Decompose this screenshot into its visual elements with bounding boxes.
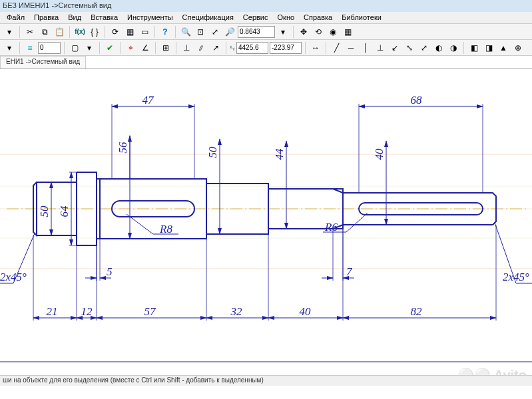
tab-label: ЕНИ1 ->Системный вид — [6, 58, 80, 65]
dim-linear-icon[interactable]: ↔ — [309, 41, 322, 55]
perp-icon[interactable]: ⊥ — [180, 41, 193, 55]
dim-56: 56 — [117, 142, 129, 154]
rotate-icon[interactable]: ⟲ — [312, 25, 325, 39]
refresh-icon[interactable]: ⟳ — [109, 25, 122, 39]
menu-window[interactable]: Окно — [274, 13, 299, 23]
tab-bar: ЕНИ1 ->Системный вид — [0, 56, 532, 69]
parallel-icon[interactable]: ⫽ — [194, 41, 208, 55]
new-icon[interactable]: ▾ — [3, 25, 16, 39]
move-icon[interactable]: ✥ — [297, 25, 310, 39]
menu-insert[interactable]: Вставка — [87, 13, 122, 23]
menu-bar: Файл Правка Вид Вставка Инструменты Спец… — [0, 12, 532, 24]
dd1-input[interactable] — [38, 42, 61, 54]
aux2-icon[interactable]: ⤡ — [403, 41, 416, 55]
tab-document[interactable]: ЕНИ1 ->Системный вид — [0, 56, 86, 68]
toolbar-secondary: ▾ ≡ ▢ ▾ ✔ ⌖ ∠ ⊞ ⊥ ⫽ ↗ ᵡᵧ ↔ ╱ ─ │ ⊥ ↙ ⤡ ⤢… — [0, 40, 532, 56]
status-text: ши на объекте для его выделения (вместе … — [3, 376, 264, 384]
dim-68: 68 — [411, 94, 423, 106]
dim-12: 12 — [81, 305, 93, 318]
preview-icon[interactable]: ▭ — [138, 25, 151, 39]
menu-file[interactable]: Файл — [3, 13, 29, 23]
dd1-icon[interactable]: ▾ — [3, 41, 16, 55]
dim-5: 5 — [107, 265, 113, 278]
dim-32: 32 — [230, 305, 243, 318]
angle-icon[interactable]: ∠ — [138, 41, 152, 55]
dim-r8: R8 — [159, 223, 172, 235]
layers-icon[interactable]: ▦ — [123, 25, 136, 39]
fx-icon[interactable]: f(x) — [73, 25, 87, 39]
dim-50: 50 — [38, 205, 51, 217]
line-icon[interactable]: ╱ — [330, 41, 343, 55]
dim-40: 40 — [373, 148, 386, 160]
menu-edit[interactable]: Правка — [30, 13, 63, 23]
dim-82: 82 — [411, 305, 423, 318]
grid-icon[interactable]: ⊞ — [159, 41, 172, 55]
layer-icon[interactable]: ≡ — [23, 41, 37, 55]
chamfer-left: 2x45° — [0, 271, 27, 283]
scissors-icon[interactable]: ✂ — [23, 25, 37, 39]
dd2-icon[interactable]: ▾ — [83, 41, 96, 55]
dim-21: 21 — [47, 305, 58, 318]
tangent-icon[interactable]: ↗ — [209, 41, 222, 55]
drawing-svg: 47 68 56 50 44 40 50 64 R8 R6 5 — [0, 69, 532, 375]
aux4-icon[interactable]: ◐ — [432, 41, 445, 55]
aux8-icon[interactable]: ▲ — [497, 41, 510, 55]
status-bar: ши на объекте для его выделения (вместе … — [0, 375, 532, 386]
aux5-icon[interactable]: ◑ — [447, 41, 460, 55]
snap-icon[interactable]: ⌖ — [124, 41, 137, 55]
shape-icon[interactable]: ▢ — [68, 41, 81, 55]
drawing-canvas[interactable]: 47 68 56 50 44 40 50 64 R8 R6 5 — [0, 69, 532, 375]
hline-icon[interactable]: ─ — [344, 41, 358, 55]
coord-y-input[interactable] — [270, 42, 302, 54]
title-bar: БЕЗ ИМЕНИ1 ->Системный вид — [0, 0, 532, 12]
dim-7: 7 — [346, 265, 353, 278]
menu-libs[interactable]: Библиотеки — [338, 13, 386, 23]
menu-service[interactable]: Сервис — [239, 13, 272, 23]
toolbar-main: ▾ ✂ ⧉ 📋 f(x) { } ⟳ ▦ ▭ ? 🔍 ⊡ ⤢ 🔎 ▾ ✥ ⟲ ◉… — [0, 24, 532, 40]
menu-tools[interactable]: Инструменты — [123, 13, 177, 23]
help-icon[interactable]: ? — [158, 25, 172, 39]
dim-64: 64 — [58, 205, 71, 217]
paste-icon[interactable]: 📋 — [53, 25, 66, 39]
zoom-fit-icon[interactable]: ⤢ — [208, 25, 222, 39]
dropdown-icon[interactable]: ▾ — [276, 25, 290, 39]
menu-help[interactable]: Справка — [300, 13, 336, 23]
zoom-in-icon[interactable]: 🔍 — [179, 25, 192, 39]
brackets-icon[interactable]: { } — [88, 25, 101, 39]
menu-view[interactable]: Вид — [64, 13, 85, 23]
zoom-value-input[interactable] — [238, 26, 275, 38]
dim-57: 57 — [144, 305, 157, 318]
chamfer-right: 2x45° — [503, 271, 529, 283]
perp2-icon[interactable]: ⊥ — [374, 41, 387, 55]
title-text: БЕЗ ИМЕНИ1 ->Системный вид — [3, 1, 111, 9]
dim-40b: 40 — [300, 305, 312, 318]
dim-47: 47 — [142, 94, 155, 106]
vline-icon[interactable]: │ — [359, 41, 372, 55]
copy-icon[interactable]: ⧉ — [38, 25, 51, 39]
svg-line-36 — [346, 213, 368, 232]
pan-icon[interactable]: ▦ — [341, 25, 354, 39]
aux7-icon[interactable]: ◨ — [482, 41, 495, 55]
zoom-out-icon[interactable]: 🔎 — [223, 25, 236, 39]
aux3-icon[interactable]: ⤢ — [417, 41, 431, 55]
aux1-icon[interactable]: ↙ — [388, 41, 401, 55]
dim-50-inner: 50 — [206, 146, 219, 158]
aux9-icon[interactable]: ⊕ — [511, 41, 525, 55]
coord-x-input[interactable] — [236, 42, 268, 54]
menu-spec[interactable]: Спецификация — [178, 13, 238, 23]
aux6-icon[interactable]: ◧ — [467, 41, 481, 55]
check-icon[interactable]: ✔ — [103, 41, 117, 55]
orbit-icon[interactable]: ◉ — [326, 25, 340, 39]
dim-r6: R6 — [324, 221, 338, 233]
coord-label: ᵡᵧ — [230, 44, 235, 51]
zoom-area-icon[interactable]: ⊡ — [194, 25, 207, 39]
dim-44: 44 — [273, 148, 286, 160]
